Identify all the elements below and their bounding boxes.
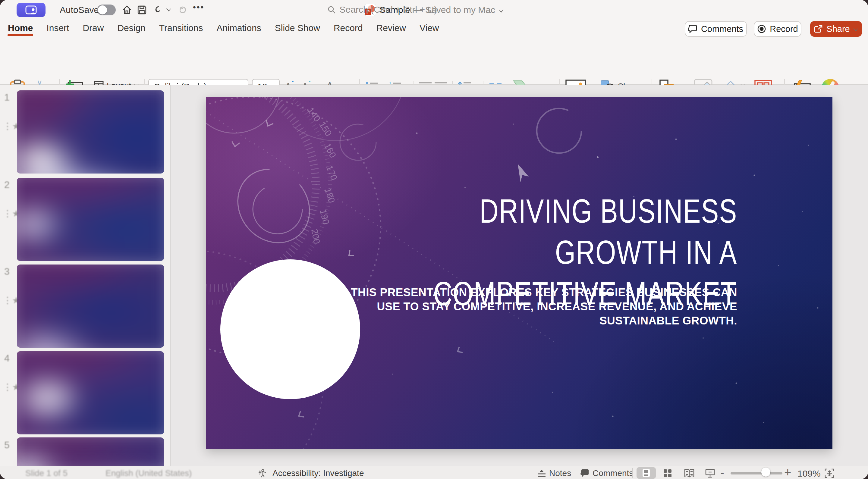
tab-record[interactable]: Record bbox=[333, 22, 363, 34]
language-status: English (United States) bbox=[105, 469, 192, 478]
slide-number: 3 bbox=[4, 266, 10, 277]
comments-button-label: Comments bbox=[701, 24, 743, 34]
search-box[interactable]: Search (Cmd + Ctrl + U) bbox=[327, 4, 437, 15]
gauge-number: 170 bbox=[324, 164, 339, 182]
slide-thumbnail-3[interactable] bbox=[17, 264, 164, 348]
slide-number: 5 bbox=[4, 440, 10, 451]
zoom-in-button[interactable]: + bbox=[784, 466, 791, 479]
record-button[interactable]: Record bbox=[754, 21, 801, 37]
slideshow-view-icon[interactable] bbox=[705, 469, 715, 478]
tab-design[interactable]: Design bbox=[117, 22, 146, 34]
gauge-number: 180 bbox=[323, 187, 337, 204]
slide-subtitle-textbox[interactable]: THIS PRESENTATION EXPLORES KEY STRATEGIE… bbox=[345, 285, 737, 328]
tab-view[interactable]: View bbox=[419, 22, 439, 34]
white-circle-placeholder[interactable] bbox=[220, 259, 360, 399]
view-normal-button[interactable] bbox=[637, 467, 656, 479]
share-icon bbox=[814, 25, 823, 33]
accessibility-status[interactable]: Accessibility: Investigate bbox=[273, 469, 364, 478]
normal-view-icon bbox=[642, 469, 651, 478]
gauge-number: 190 bbox=[318, 208, 331, 225]
slide-number: 4 bbox=[4, 353, 10, 364]
status-bar: Slide 1 of 5 English (United States) Acc… bbox=[0, 466, 868, 479]
doc-title-chevron-icon[interactable] bbox=[499, 10, 504, 13]
tab-transitions[interactable]: Transitions bbox=[159, 22, 204, 34]
notes-icon bbox=[537, 469, 546, 478]
tab-slideshow[interactable]: Slide Show bbox=[275, 22, 320, 34]
zoom-slider-track[interactable] bbox=[731, 472, 782, 475]
notes-toggle[interactable]: Notes bbox=[549, 469, 571, 478]
slide-sorter-view-icon[interactable] bbox=[663, 469, 672, 478]
status-divider bbox=[632, 468, 633, 478]
tab-home[interactable]: Home bbox=[7, 22, 33, 34]
tab-review[interactable]: Review bbox=[376, 22, 406, 34]
record-button-label: Record bbox=[770, 24, 798, 34]
slide-title-line1: DRIVING BUSINESS GROWTH IN A bbox=[356, 190, 737, 273]
powerpoint-window: AutoSave ••• P Sample — Saved to my Mac bbox=[0, 0, 868, 479]
ribbon-home: Paste ✂ New Slide Layout Reset Section bbox=[0, 38, 868, 85]
comments-status-icon bbox=[581, 469, 590, 478]
search-placeholder: Search (Cmd + Ctrl + U) bbox=[340, 4, 437, 15]
record-icon bbox=[757, 24, 766, 33]
titlebar: AutoSave ••• P Sample — Saved to my Mac bbox=[0, 0, 868, 20]
slide-number: 2 bbox=[4, 179, 10, 190]
comments-button[interactable]: Comments bbox=[685, 21, 747, 37]
tab-draw[interactable]: Draw bbox=[82, 22, 104, 34]
slide-thumbnail-panel[interactable]: 1 ⋮★ 2 ⋮★ 3 ⋮★ 4 ⋮★ 5 bbox=[0, 85, 170, 466]
share-chevron-icon bbox=[854, 28, 858, 31]
tab-insert[interactable]: Insert bbox=[46, 22, 69, 34]
fit-slide-to-window-icon[interactable] bbox=[825, 469, 834, 478]
accessibility-icon bbox=[257, 469, 267, 478]
gauge-number: 160 bbox=[322, 141, 338, 160]
slide-thumbnail-1[interactable] bbox=[17, 90, 164, 173]
slide-thumbnail-2[interactable] bbox=[17, 178, 164, 261]
ribbon-tabs: Home Insert Draw Design Transitions Anim… bbox=[0, 20, 868, 38]
pointer-arrow-graphic bbox=[518, 164, 529, 182]
slide-thumbnail-4[interactable] bbox=[17, 351, 164, 435]
comment-bubble-icon bbox=[688, 25, 698, 33]
slide-canvas[interactable]: 140 150 160 170 180 190 200 bbox=[206, 97, 832, 449]
comments-toggle[interactable]: Comments bbox=[592, 469, 633, 478]
share-button-label: Share bbox=[827, 24, 849, 34]
zoom-level[interactable]: 109% bbox=[798, 469, 821, 479]
reading-view-icon[interactable] bbox=[684, 469, 694, 478]
slide-indicator: Slide 1 of 5 bbox=[25, 469, 67, 478]
search-icon bbox=[327, 5, 336, 14]
zoom-slider-thumb[interactable] bbox=[761, 468, 770, 477]
gauge-number: 140 bbox=[306, 105, 322, 124]
slide-number: 1 bbox=[4, 92, 10, 103]
workspace: 1 ⋮★ 2 ⋮★ 3 ⋮★ 4 ⋮★ 5 bbox=[0, 85, 868, 466]
share-button[interactable]: Share bbox=[810, 21, 862, 37]
tab-animations[interactable]: Animations bbox=[216, 22, 261, 34]
zoom-out-button[interactable]: - bbox=[720, 466, 724, 479]
